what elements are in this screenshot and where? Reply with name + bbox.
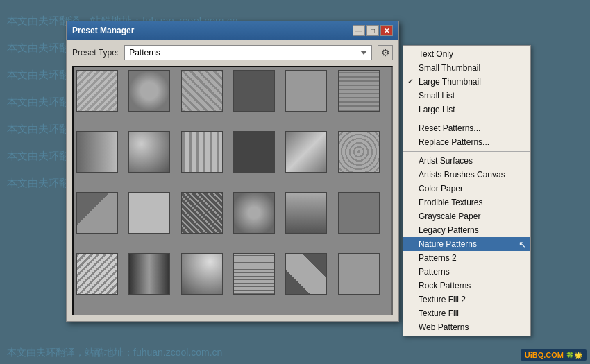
pattern-cell[interactable]	[181, 253, 223, 295]
minimize-button[interactable]: —	[353, 25, 365, 36]
menu-item-large-thumbnail[interactable]: Large Thumbnail	[403, 75, 530, 89]
menu-item-patterns-2[interactable]: Patterns 2	[403, 251, 530, 265]
cursor-pointer-icon: ↖	[519, 239, 526, 250]
menu-item-replace-patterns[interactable]: Replace Patterns...	[403, 135, 530, 149]
bottom-bar: 本文由夫环翻译，站酷地址：fuhuan.zcool.com.cn	[0, 342, 590, 364]
menu-item-texture-fill[interactable]: Texture Fill	[403, 306, 530, 320]
pattern-grid	[73, 67, 392, 315]
menu-item-artists-brushes-canvas[interactable]: Artists Brushes Canvas	[403, 168, 530, 182]
menu-item-texture-fill-2[interactable]: Texture Fill 2	[403, 293, 530, 306]
dialog-title: Preset Manager	[72, 26, 134, 35]
preset-type-row: Preset Type: Patterns ⚙	[72, 45, 393, 60]
gear-button[interactable]: ⚙	[378, 45, 393, 60]
preset-type-label: Preset Type:	[72, 48, 119, 58]
uibq-badge: UiBQ.COM 🍀🌟	[521, 349, 587, 361]
pattern-cell[interactable]	[76, 70, 118, 112]
pattern-cell[interactable]	[338, 131, 380, 173]
pattern-cell[interactable]	[76, 192, 118, 234]
close-button[interactable]: ✕	[380, 25, 393, 36]
pattern-cell[interactable]	[181, 131, 223, 173]
menu-item-color-paper[interactable]: Color Paper	[403, 182, 530, 196]
dialog-content: Preset Type: Patterns ⚙	[67, 40, 398, 321]
bottom-watermark: 本文由夫环翻译，站酷地址：fuhuan.zcool.com.cn	[7, 347, 222, 359]
menu-item-reset-patterns[interactable]: Reset Patterns...	[403, 121, 530, 135]
pattern-cell[interactable]	[285, 192, 327, 234]
pattern-cell[interactable]	[285, 70, 327, 112]
menu-item-rock-patterns[interactable]: Rock Patterns	[403, 279, 530, 293]
pattern-cell[interactable]	[128, 192, 170, 234]
pattern-cell[interactable]	[128, 253, 170, 295]
maximize-button[interactable]: □	[366, 25, 379, 36]
preset-manager-dialog: Preset Manager — □ ✕ Preset Type: Patter…	[66, 21, 399, 322]
menu-item-large-list[interactable]: Large List	[403, 103, 530, 116]
dialog-titlebar: Preset Manager — □ ✕	[67, 21, 398, 40]
pattern-cell[interactable]	[233, 131, 275, 173]
pattern-cell[interactable]	[76, 253, 118, 295]
pattern-cell[interactable]	[233, 192, 275, 234]
pattern-cell[interactable]	[285, 253, 327, 295]
titlebar-buttons: — □ ✕	[353, 25, 393, 36]
menu-divider-1	[403, 119, 530, 119]
menu-item-small-thumbnail[interactable]: Small Thumbnail	[403, 61, 530, 75]
pattern-cell[interactable]	[338, 253, 380, 295]
uibq-icons: 🍀🌟	[566, 352, 582, 359]
pattern-grid-area	[72, 66, 393, 315]
pattern-cell[interactable]	[233, 70, 275, 112]
menu-item-artist-surfaces[interactable]: Artist Surfaces	[403, 154, 530, 168]
menu-item-grayscale-paper[interactable]: Grayscale Paper	[403, 209, 530, 223]
menu-item-patterns[interactable]: Patterns	[403, 265, 530, 279]
pattern-cell[interactable]	[128, 70, 170, 112]
pattern-cell[interactable]	[285, 131, 327, 173]
menu-item-web-patterns[interactable]: Web Patterns	[403, 320, 530, 334]
pattern-cell[interactable]	[128, 131, 170, 173]
uibq-suffix: .COM	[543, 351, 564, 359]
dropdown-menu: Text Only Small Thumbnail Large Thumbnai…	[403, 45, 531, 336]
pattern-cell[interactable]	[181, 70, 223, 112]
menu-item-erodible-textures[interactable]: Erodible Textures	[403, 196, 530, 209]
pattern-cell[interactable]	[338, 192, 380, 234]
menu-item-text-only[interactable]: Text Only	[403, 47, 530, 61]
pattern-cell[interactable]	[338, 70, 380, 112]
menu-item-legacy-patterns[interactable]: Legacy Patterns	[403, 223, 530, 237]
pattern-cell[interactable]	[233, 253, 275, 295]
uibq-text: UiBQ	[525, 351, 544, 359]
menu-divider-2	[403, 151, 530, 152]
menu-item-small-list[interactable]: Small List	[403, 89, 530, 103]
preset-type-select[interactable]: Patterns	[124, 45, 372, 60]
pattern-cell[interactable]	[181, 192, 223, 234]
menu-item-nature-patterns[interactable]: Nature Patterns ↖	[403, 237, 530, 251]
pattern-cell[interactable]	[76, 131, 118, 173]
